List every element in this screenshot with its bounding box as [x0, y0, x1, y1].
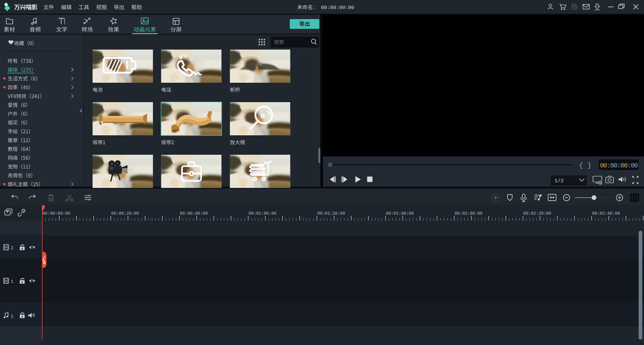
svg-text:00:00:00:00: 00:00:00:00: [600, 162, 638, 169]
svg-text:1/2: 1/2: [554, 178, 564, 184]
svg-text:00:01:40:00: 00:01:40:00: [386, 211, 414, 216]
svg-text:1: 1: [11, 279, 13, 284]
svg-text:00:02:20:00: 00:02:20:00: [523, 211, 551, 216]
svg-text:00:01:20:00: 00:01:20:00: [317, 211, 345, 216]
svg-text:00:02:40:00: 00:02:40:00: [592, 211, 620, 216]
svg-text:00:00:20:00: 00:00:20:00: [111, 211, 139, 216]
svg-text:00:00:40:00: 00:00:40:00: [180, 211, 208, 216]
svg-text:}: }: [587, 162, 592, 169]
svg-text:{: {: [579, 162, 583, 169]
svg-text:00:02:00:00: 00:02:00:00: [454, 211, 482, 216]
svg-text:00:01:00:00: 00:01:00:00: [249, 211, 276, 216]
svg-text:00:00:00:00: 00:00:00:00: [43, 211, 70, 216]
svg-text:2: 2: [11, 246, 13, 251]
svg-text:00:00:00:00: 00:00:00:00: [321, 5, 354, 11]
svg-text:1: 1: [11, 314, 13, 319]
